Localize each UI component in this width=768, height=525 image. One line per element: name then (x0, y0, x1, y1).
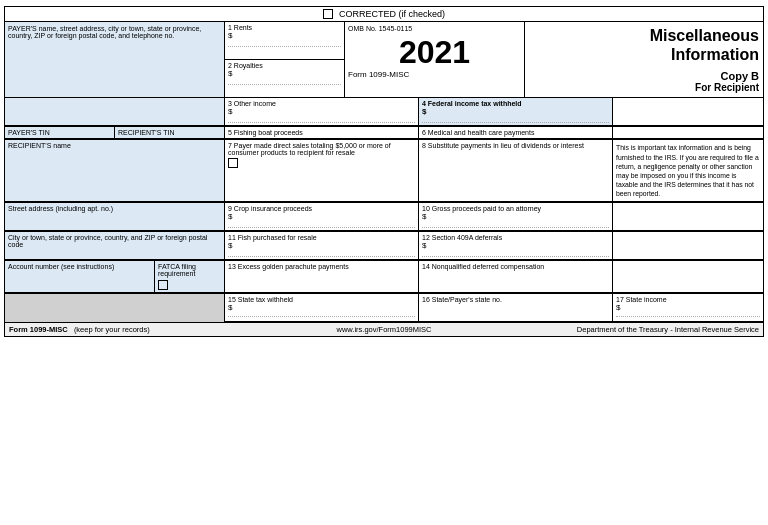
payers-tin-cell: PAYER'S TIN (5, 127, 115, 139)
corrected-checkbox[interactable] (323, 9, 333, 19)
account-number-cell: Account number (see instructions) (5, 261, 155, 293)
year-display: 2021 (348, 36, 521, 68)
bottom-keep: (keep for your records) (74, 325, 150, 334)
box6-medical: 6 Medical and health care payments (419, 127, 613, 139)
box3-amount: $ (228, 107, 415, 123)
box3-other-income: 3 Other income $ (225, 98, 419, 126)
box8-substitute: 8 Substitute payments in lieu of dividen… (419, 140, 613, 202)
recipient-name-cell: RECIPIENT'S name (5, 140, 225, 202)
fatca-cell: FATCA filing requirement (155, 261, 225, 293)
street-address-cell: Street address (including apt. no.) (5, 203, 225, 231)
left-spacer-row2 (5, 98, 225, 126)
box1-rents: 1 Rents $ (225, 22, 344, 60)
city-cell: City or town, state or province, country… (5, 232, 225, 260)
box4-amount: $ (422, 107, 609, 123)
box17-amount: $ (616, 303, 760, 317)
bottom-bar: Form 1099-MISC (keep for your records) w… (5, 323, 763, 336)
box9-crop: 9 Crop insurance proceeds $ (225, 203, 419, 231)
row2: 3 Other income $ 4 Federal income tax wi… (5, 98, 763, 127)
bottom-center: www.irs.gov/Form1099MISC (259, 325, 509, 334)
side-note-cell: This is important tax information and is… (613, 140, 763, 202)
corrected-label: CORRECTED (if checked) (339, 9, 445, 19)
omb-year-col: OMB No. 1545-0115 2021 Form 1099-MISC (345, 22, 525, 97)
state-left-spacer (5, 294, 225, 322)
rents-royalties-col: 1 Rents $ 2 Royalties $ (225, 22, 345, 97)
bottom-right: Department of the Treasury - Internal Re… (509, 325, 759, 334)
box2-amount: $ (228, 69, 341, 85)
box12-409a: 12 Section 409A deferrals $ (419, 232, 613, 260)
fatca-checkbox[interactable] (158, 280, 168, 290)
box13-golden: 13 Excess golden parachute payments (225, 261, 419, 293)
copy-b-side (613, 98, 763, 126)
box5-fishing: 5 Fishing boat proceeds (225, 127, 419, 139)
box7-checkbox[interactable] (228, 158, 238, 168)
tin-row: PAYER'S TIN RECIPIENT'S TIN 5 Fishing bo… (5, 127, 763, 140)
bottom-left: Form 1099-MISC (keep for your records) (9, 325, 259, 334)
box7-direct-sales: 7 Payer made direct sales totaling $5,00… (225, 140, 419, 202)
box15-state-tax: 15 State tax withheld $ (225, 294, 419, 322)
form-1099-misc: CORRECTED (if checked) PAYER'S name, str… (4, 6, 764, 337)
box2-label: 2 Royalties (228, 62, 341, 69)
box4-federal-tax: 4 Federal income tax withheld $ (419, 98, 613, 126)
bottom-dept: Department of the Treasury - Internal Re… (577, 325, 759, 334)
misc-info-col: Miscellaneous Information Copy B For Rec… (525, 22, 765, 97)
recipients-tin-cell: RECIPIENT'S TIN (115, 127, 225, 139)
omb-number: OMB No. 1545-0115 (348, 25, 412, 32)
corrected-bar: CORRECTED (if checked) (5, 7, 763, 22)
box10-amount: $ (422, 212, 609, 228)
box11-fish: 11 Fish purchased for resale $ (225, 232, 419, 260)
box17-state-income: 17 State income $ (613, 294, 763, 322)
form-name-label: Form 1099-MISC (348, 70, 409, 79)
box12-amount: $ (422, 241, 609, 257)
copy-b-label: Copy B (721, 70, 760, 82)
city-side (613, 232, 763, 260)
account-row: Account number (see instructions) FATCA … (5, 261, 763, 294)
addr-row: Street address (including apt. no.) 9 Cr… (5, 203, 763, 232)
recip-name-row: RECIPIENT'S name 7 Payer made direct sal… (5, 140, 763, 203)
account-side (613, 261, 763, 293)
box14-nonqualified: 14 Nonqualified deferred compensation (419, 261, 613, 293)
payer-address-cell: PAYER'S name, street address, city or to… (5, 22, 225, 97)
tin-row-side (613, 127, 763, 139)
box1-label: 1 Rents (228, 24, 341, 31)
state-row: 15 State tax withheld $ 16 State/Payer's… (5, 294, 763, 323)
box2-royalties: 2 Royalties $ (225, 60, 344, 97)
for-recipient-label: For Recipient (695, 82, 759, 93)
payer-address-label: PAYER'S name, street address, city or to… (8, 25, 221, 39)
box10-attorney: 10 Gross proceeds paid to an attorney $ (419, 203, 613, 231)
bottom-website: www.irs.gov/Form1099MISC (336, 325, 431, 334)
misc-title: Miscellaneous Information (650, 26, 759, 64)
addr-side (613, 203, 763, 231)
box16-state-no: 16 State/Payer's state no. (419, 294, 613, 322)
bottom-form-name: Form 1099-MISC (9, 325, 68, 334)
box15-amount: $ (228, 303, 415, 317)
city-row: City or town, state or province, country… (5, 232, 763, 261)
box9-amount: $ (228, 212, 415, 228)
box11-amount: $ (228, 241, 415, 257)
box1-amount: $ (228, 31, 341, 47)
header-row: PAYER'S name, street address, city or to… (5, 22, 763, 98)
